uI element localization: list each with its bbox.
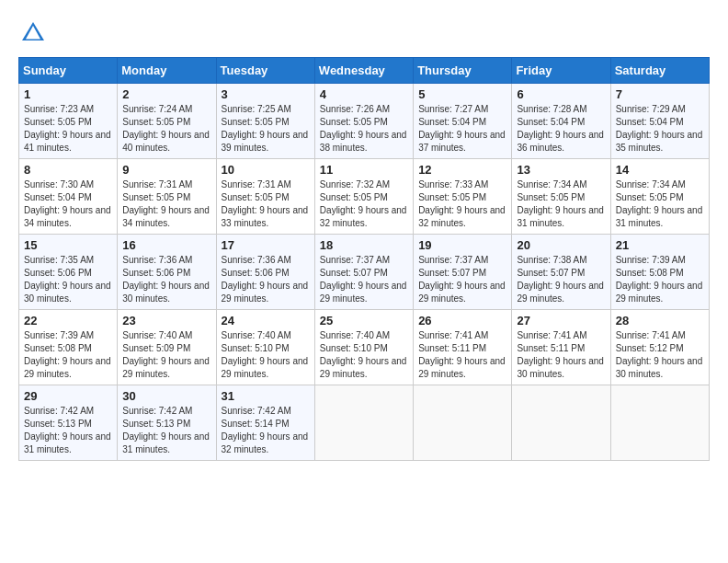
logo-icon	[18, 18, 48, 48]
day-info: Sunrise: 7:41 AMSunset: 5:12 PMDaylight:…	[616, 330, 703, 379]
logo	[18, 18, 53, 48]
day-info: Sunrise: 7:23 AMSunset: 5:05 PMDaylight:…	[24, 104, 111, 153]
calendar-day-cell: 4 Sunrise: 7:26 AMSunset: 5:05 PMDayligh…	[314, 84, 413, 159]
day-info: Sunrise: 7:41 AMSunset: 5:11 PMDaylight:…	[418, 330, 506, 379]
day-info: Sunrise: 7:35 AMSunset: 5:06 PMDaylight:…	[24, 255, 111, 304]
calendar-week-row: 15 Sunrise: 7:35 AMSunset: 5:06 PMDaylig…	[19, 235, 710, 310]
calendar-day-cell: 2 Sunrise: 7:24 AMSunset: 5:05 PMDayligh…	[118, 84, 216, 159]
calendar-day-cell: 1 Sunrise: 7:23 AMSunset: 5:05 PMDayligh…	[19, 84, 118, 159]
weekday-header: Friday	[512, 58, 610, 84]
day-number: 27	[517, 314, 605, 327]
calendar-day-cell: 10 Sunrise: 7:31 AMSunset: 5:05 PMDaylig…	[216, 159, 314, 235]
calendar-day-cell	[414, 385, 512, 461]
day-info: Sunrise: 7:39 AMSunset: 5:08 PMDaylight:…	[24, 330, 111, 379]
day-number: 7	[616, 87, 704, 101]
calendar-day-cell: 12 Sunrise: 7:33 AMSunset: 5:05 PMDaylig…	[414, 159, 512, 235]
weekday-header: Sunday	[19, 58, 118, 84]
calendar-day-cell: 26 Sunrise: 7:41 AMSunset: 5:11 PMDaylig…	[414, 310, 512, 385]
day-info: Sunrise: 7:29 AMSunset: 5:04 PMDaylight:…	[616, 104, 703, 153]
day-number: 25	[320, 314, 408, 327]
day-info: Sunrise: 7:40 AMSunset: 5:09 PMDaylight:…	[122, 330, 210, 379]
calendar-day-cell: 16 Sunrise: 7:36 AMSunset: 5:06 PMDaylig…	[118, 235, 216, 310]
calendar-table: SundayMondayTuesdayWednesdayThursdayFrid…	[18, 57, 710, 461]
calendar-week-row: 1 Sunrise: 7:23 AMSunset: 5:05 PMDayligh…	[19, 84, 710, 159]
day-info: Sunrise: 7:36 AMSunset: 5:06 PMDaylight:…	[222, 255, 309, 304]
day-number: 19	[418, 238, 506, 252]
calendar-day-cell: 24 Sunrise: 7:40 AMSunset: 5:10 PMDaylig…	[216, 310, 314, 385]
calendar-day-cell	[610, 385, 709, 461]
day-number: 30	[122, 389, 210, 403]
calendar-day-cell: 13 Sunrise: 7:34 AMSunset: 5:05 PMDaylig…	[512, 159, 610, 235]
weekday-header: Wednesday	[314, 58, 413, 84]
calendar-day-cell: 8 Sunrise: 7:30 AMSunset: 5:04 PMDayligh…	[19, 159, 118, 235]
calendar-day-cell: 14 Sunrise: 7:34 AMSunset: 5:05 PMDaylig…	[610, 159, 709, 235]
day-number: 11	[320, 163, 408, 177]
weekday-header: Thursday	[414, 58, 512, 84]
day-info: Sunrise: 7:37 AMSunset: 5:07 PMDaylight:…	[418, 255, 506, 304]
calendar-day-cell: 19 Sunrise: 7:37 AMSunset: 5:07 PMDaylig…	[414, 235, 512, 310]
day-number: 23	[122, 314, 210, 327]
day-number: 1	[24, 87, 112, 101]
day-info: Sunrise: 7:40 AMSunset: 5:10 PMDaylight:…	[320, 330, 407, 379]
calendar-day-cell: 21 Sunrise: 7:39 AMSunset: 5:08 PMDaylig…	[610, 235, 709, 310]
day-number: 24	[222, 314, 310, 327]
day-info: Sunrise: 7:31 AMSunset: 5:05 PMDaylight:…	[222, 179, 309, 228]
calendar-day-cell: 30 Sunrise: 7:42 AMSunset: 5:13 PMDaylig…	[118, 385, 216, 461]
day-number: 28	[616, 314, 704, 327]
day-number: 4	[320, 87, 408, 101]
day-info: Sunrise: 7:26 AMSunset: 5:05 PMDaylight:…	[320, 104, 407, 153]
day-info: Sunrise: 7:33 AMSunset: 5:05 PMDaylight:…	[418, 179, 506, 228]
calendar-week-row: 29 Sunrise: 7:42 AMSunset: 5:13 PMDaylig…	[19, 385, 710, 461]
day-number: 8	[24, 163, 112, 177]
day-number: 13	[517, 163, 605, 177]
day-info: Sunrise: 7:32 AMSunset: 5:05 PMDaylight:…	[320, 179, 407, 228]
day-number: 14	[616, 163, 704, 177]
calendar-day-cell	[512, 385, 610, 461]
calendar-day-cell: 28 Sunrise: 7:41 AMSunset: 5:12 PMDaylig…	[610, 310, 709, 385]
calendar-day-cell: 7 Sunrise: 7:29 AMSunset: 5:04 PMDayligh…	[610, 84, 709, 159]
day-number: 16	[122, 238, 210, 252]
day-number: 26	[418, 314, 506, 327]
calendar-day-cell: 25 Sunrise: 7:40 AMSunset: 5:10 PMDaylig…	[314, 310, 413, 385]
weekday-header: Saturday	[610, 58, 709, 84]
weekday-header: Monday	[118, 58, 216, 84]
day-info: Sunrise: 7:34 AMSunset: 5:05 PMDaylight:…	[517, 179, 604, 228]
calendar-week-row: 8 Sunrise: 7:30 AMSunset: 5:04 PMDayligh…	[19, 159, 710, 235]
calendar-day-cell: 9 Sunrise: 7:31 AMSunset: 5:05 PMDayligh…	[118, 159, 216, 235]
calendar-day-cell: 15 Sunrise: 7:35 AMSunset: 5:06 PMDaylig…	[19, 235, 118, 310]
day-info: Sunrise: 7:42 AMSunset: 5:13 PMDaylight:…	[24, 406, 111, 454]
calendar-body: 1 Sunrise: 7:23 AMSunset: 5:05 PMDayligh…	[19, 84, 710, 461]
day-info: Sunrise: 7:38 AMSunset: 5:07 PMDaylight:…	[517, 255, 604, 304]
day-number: 10	[222, 163, 310, 177]
day-number: 21	[616, 238, 704, 252]
day-number: 2	[122, 87, 210, 101]
day-number: 20	[517, 238, 605, 252]
day-number: 15	[24, 238, 112, 252]
calendar-week-row: 22 Sunrise: 7:39 AMSunset: 5:08 PMDaylig…	[19, 310, 710, 385]
day-info: Sunrise: 7:27 AMSunset: 5:04 PMDaylight:…	[418, 104, 506, 153]
day-info: Sunrise: 7:40 AMSunset: 5:10 PMDaylight:…	[222, 330, 309, 379]
day-info: Sunrise: 7:42 AMSunset: 5:13 PMDaylight:…	[122, 406, 210, 454]
day-number: 12	[418, 163, 506, 177]
day-number: 6	[517, 87, 605, 101]
day-number: 18	[320, 238, 408, 252]
day-number: 5	[418, 87, 506, 101]
day-number: 22	[24, 314, 112, 327]
calendar-day-cell: 31 Sunrise: 7:42 AMSunset: 5:14 PMDaylig…	[216, 385, 314, 461]
day-info: Sunrise: 7:41 AMSunset: 5:11 PMDaylight:…	[517, 330, 604, 379]
day-info: Sunrise: 7:30 AMSunset: 5:04 PMDaylight:…	[24, 179, 111, 228]
day-info: Sunrise: 7:36 AMSunset: 5:06 PMDaylight:…	[122, 255, 210, 304]
weekday-header: Tuesday	[216, 58, 314, 84]
calendar-day-cell: 17 Sunrise: 7:36 AMSunset: 5:06 PMDaylig…	[216, 235, 314, 310]
day-number: 3	[222, 87, 310, 101]
day-number: 9	[122, 163, 210, 177]
calendar-day-cell	[314, 385, 413, 461]
calendar-day-cell: 11 Sunrise: 7:32 AMSunset: 5:05 PMDaylig…	[314, 159, 413, 235]
day-info: Sunrise: 7:28 AMSunset: 5:04 PMDaylight:…	[517, 104, 604, 153]
calendar-day-cell: 23 Sunrise: 7:40 AMSunset: 5:09 PMDaylig…	[118, 310, 216, 385]
day-info: Sunrise: 7:37 AMSunset: 5:07 PMDaylight:…	[320, 255, 407, 304]
weekday-row: SundayMondayTuesdayWednesdayThursdayFrid…	[19, 58, 710, 84]
calendar-day-cell: 29 Sunrise: 7:42 AMSunset: 5:13 PMDaylig…	[19, 385, 118, 461]
day-info: Sunrise: 7:31 AMSunset: 5:05 PMDaylight:…	[122, 179, 210, 228]
day-info: Sunrise: 7:25 AMSunset: 5:05 PMDaylight:…	[222, 104, 309, 153]
